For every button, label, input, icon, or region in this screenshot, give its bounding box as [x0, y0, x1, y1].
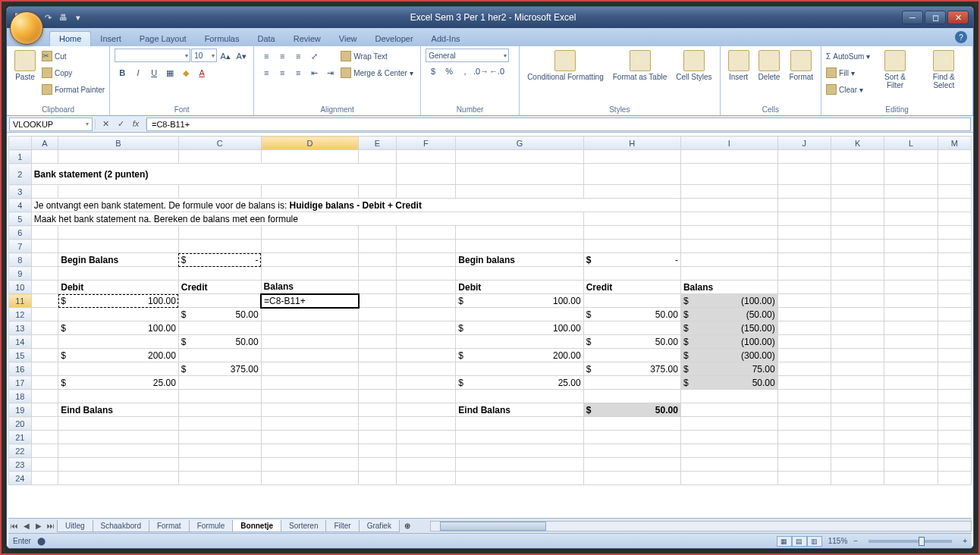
sheet-tab-filter[interactable]: Filter [325, 520, 359, 532]
cell-J14[interactable] [777, 335, 831, 349]
cell-E12[interactable] [359, 308, 396, 321]
select-all[interactable] [9, 136, 32, 150]
cell-I20[interactable] [680, 417, 777, 431]
cell-D15[interactable] [261, 349, 359, 362]
cell-F20[interactable] [396, 417, 456, 431]
cell-K12[interactable] [831, 308, 884, 321]
cell-D13[interactable] [261, 321, 359, 335]
cell-L8[interactable] [884, 253, 938, 267]
cell-A23[interactable] [31, 458, 58, 472]
cell-A20[interactable] [31, 417, 58, 431]
cell-B1[interactable] [58, 150, 179, 164]
cell-L15[interactable] [884, 349, 938, 362]
sheet-tab-schaakbord[interactable]: Schaakbord [93, 520, 149, 532]
col-header-I[interactable]: I [680, 136, 777, 150]
cell-I7[interactable] [680, 240, 777, 253]
cell-G22[interactable] [456, 444, 583, 458]
cell-D10[interactable]: Balans [261, 281, 359, 294]
cell-A18[interactable] [31, 390, 58, 403]
cell-J3[interactable] [777, 185, 831, 199]
cell-H3[interactable] [583, 185, 680, 199]
cell-B13[interactable]: $100.00 [58, 321, 179, 335]
cell-L5[interactable] [884, 212, 938, 226]
cell-K5[interactable] [831, 212, 884, 226]
row-header-24[interactable]: 24 [9, 472, 32, 485]
cell-H16[interactable]: $375.00 [583, 362, 680, 376]
cell-M12[interactable] [938, 308, 971, 321]
merge-center-button[interactable]: Merge & Center ▾ [341, 65, 413, 80]
cell-F11[interactable] [396, 294, 456, 308]
tab-view[interactable]: View [330, 32, 366, 46]
number-format-select[interactable]: General [426, 49, 509, 62]
cell-J4[interactable] [777, 199, 831, 212]
cell-I21[interactable] [680, 431, 777, 444]
cut-button[interactable]: ✂Cut [42, 49, 105, 64]
cell-C15[interactable] [178, 349, 261, 362]
cell-D14[interactable] [261, 335, 359, 349]
cell-I19[interactable] [680, 403, 777, 417]
cell-I14[interactable]: $(100.00) [680, 335, 777, 349]
cell-M23[interactable] [938, 458, 971, 472]
cell-J6[interactable] [777, 226, 831, 240]
cell-M17[interactable] [938, 376, 971, 390]
tab-page-layout[interactable]: Page Layout [130, 32, 196, 46]
cell-K16[interactable] [831, 362, 884, 376]
cell-G6[interactable] [456, 226, 583, 240]
zoom-slider[interactable] [868, 540, 952, 543]
cell-E1[interactable] [359, 150, 396, 164]
cell-F17[interactable] [396, 376, 456, 390]
cell-H13[interactable] [583, 321, 680, 335]
cell-A6[interactable] [31, 226, 58, 240]
cell-B15[interactable]: $200.00 [58, 349, 179, 362]
cell-C12[interactable]: $50.00 [178, 308, 261, 321]
cell-B16[interactable] [58, 362, 179, 376]
row-header-3[interactable]: 3 [9, 185, 32, 199]
cell-B23[interactable] [58, 458, 179, 472]
cell-F9[interactable] [396, 267, 456, 281]
indent-dec-icon[interactable]: ⇤ [306, 65, 322, 80]
cell-F8[interactable] [396, 253, 456, 267]
sheet-nav-first[interactable]: ⏮ [8, 522, 20, 530]
cell-J16[interactable] [777, 362, 831, 376]
cell-H15[interactable] [583, 349, 680, 362]
cell-J7[interactable] [777, 240, 831, 253]
cell-B14[interactable] [58, 335, 179, 349]
cell-M3[interactable] [938, 185, 971, 199]
cell-F2[interactable] [396, 164, 456, 185]
cell-K1[interactable] [831, 150, 884, 164]
cell-D20[interactable] [261, 417, 359, 431]
cell-M14[interactable] [938, 335, 971, 349]
office-button[interactable] [10, 11, 43, 45]
cell-L10[interactable] [884, 281, 938, 294]
cell-I9[interactable] [680, 267, 777, 281]
cell-C16[interactable]: $375.00 [178, 362, 261, 376]
cell-M11[interactable] [938, 294, 971, 308]
cell-E3[interactable] [359, 185, 396, 199]
cell-B22[interactable] [58, 444, 179, 458]
italic-button[interactable]: I [130, 65, 146, 80]
cell-G20[interactable] [456, 417, 583, 431]
cell-A8[interactable] [31, 253, 58, 267]
cell-A19[interactable] [31, 403, 58, 417]
cell-D22[interactable] [261, 444, 359, 458]
cell-M22[interactable] [938, 444, 971, 458]
cell-I24[interactable] [680, 472, 777, 485]
cell-G23[interactable] [456, 458, 583, 472]
col-header-M[interactable]: M [938, 136, 971, 150]
cell-D23[interactable] [261, 458, 359, 472]
indent-inc-icon[interactable]: ⇥ [322, 65, 338, 80]
cell-F24[interactable] [396, 472, 456, 485]
cell-F23[interactable] [396, 458, 456, 472]
cell-K9[interactable] [831, 267, 884, 281]
cell-J2[interactable] [777, 164, 831, 185]
font-size-select[interactable]: 10 [191, 49, 217, 62]
cell-E10[interactable] [359, 281, 396, 294]
cell-D11[interactable]: =C8-B11+ [261, 294, 359, 308]
cell-K14[interactable] [831, 335, 884, 349]
cell-L21[interactable] [884, 431, 938, 444]
cell-D9[interactable] [261, 267, 359, 281]
cell-J22[interactable] [777, 444, 831, 458]
conditional-formatting-button[interactable]: Conditional Formatting [524, 49, 607, 83]
row-header-17[interactable]: 17 [9, 376, 32, 390]
sheet-nav-prev[interactable]: ◀ [20, 522, 33, 530]
